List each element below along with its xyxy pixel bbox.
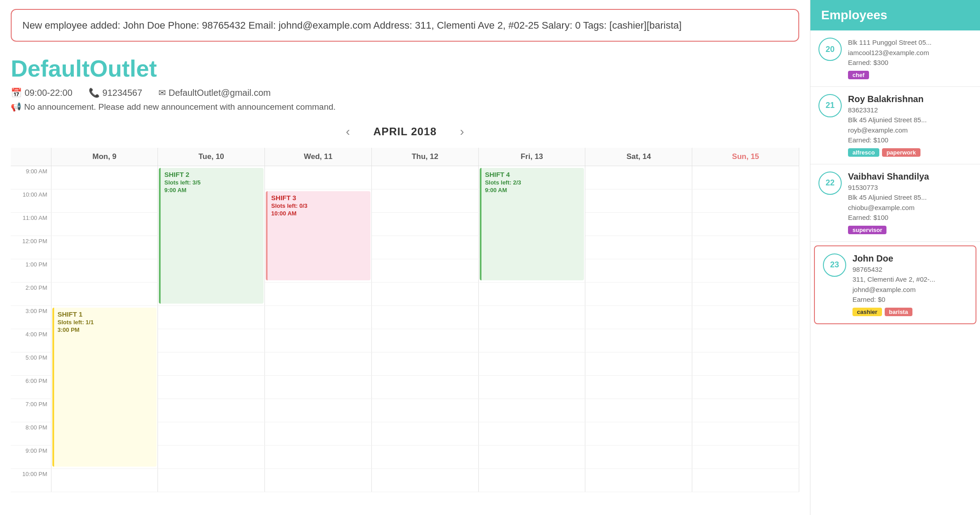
day-cell xyxy=(585,306,692,329)
time-label: 10:00 PM xyxy=(11,469,51,492)
day-cell xyxy=(585,213,692,236)
day-cell xyxy=(585,283,692,306)
time-label: 8:00 PM xyxy=(11,422,51,446)
shift-block[interactable]: SHIFT 1Slots left: 1/13:00 PM xyxy=(52,308,157,467)
outlet-name: DefaultOutlet xyxy=(11,55,799,82)
day-cell xyxy=(478,399,585,422)
day-cell xyxy=(51,236,158,259)
avatar-23: 23 xyxy=(823,253,846,277)
notification-banner: New employee added: John Doe Phone: 9876… xyxy=(11,9,799,42)
day-cell xyxy=(478,283,585,306)
employee-email-23: johnd@example.com xyxy=(852,285,967,295)
day-header-fri: Fri, 13 xyxy=(478,148,585,166)
shift-block[interactable]: SHIFT 4Slots left: 2/39:00 AM xyxy=(480,168,584,280)
employee-info-20: Blk 111 Punggol Street 05... iamcool123@… xyxy=(848,38,972,79)
employee-email-21: royb@example.com xyxy=(848,125,972,136)
employee-card-23: 23 John Doe 98765432 311, Clementi Ave 2… xyxy=(814,245,976,324)
shift-slots: Slots left: 0/3 xyxy=(271,202,367,209)
employee-earned-22: Earned: $100 xyxy=(848,213,972,223)
time-label: 10:00 AM xyxy=(11,189,51,213)
time-label: 11:00 AM xyxy=(11,213,51,236)
day-cell xyxy=(371,283,478,306)
time-label: 6:00 PM xyxy=(11,376,51,399)
sidebar-header: Employees xyxy=(810,0,980,30)
shift-time: 9:00 AM xyxy=(485,187,581,193)
day-cell xyxy=(158,329,265,352)
employee-earned-21: Earned: $100 xyxy=(848,135,972,146)
tag-paperwork-21: paperwork xyxy=(882,148,920,157)
shift-block[interactable]: SHIFT 2Slots left: 3/59:00 AM xyxy=(159,168,264,304)
day-cell xyxy=(371,422,478,446)
employee-info-22: Vaibhavi Shandilya 91530773 Blk 45 Aljun… xyxy=(848,172,972,234)
day-cell: SHIFT 2Slots left: 3/59:00 AM xyxy=(158,166,265,306)
tag-cashier-23: cashier xyxy=(852,308,882,316)
shift-slots: Slots left: 3/5 xyxy=(164,179,260,186)
employee-card-20: 20 Blk 111 Punggol Street 05... iamcool1… xyxy=(810,30,980,87)
day-cell: SHIFT 4Slots left: 2/39:00 AM xyxy=(478,166,585,283)
day-cell xyxy=(371,213,478,236)
employee-phone-23: 98765432 xyxy=(852,265,967,275)
day-cell xyxy=(692,422,799,446)
day-cell xyxy=(51,213,158,236)
day-cell xyxy=(158,446,265,469)
notification-text: New employee added: John Doe Phone: 9876… xyxy=(22,20,682,31)
outlet-announcement: 📢 No announcement. Please add new announ… xyxy=(11,102,799,112)
calendar-row: 9:00 AMSHIFT 2Slots left: 3/59:00 AMSHIF… xyxy=(11,166,799,189)
calendar-tbody: 9:00 AMSHIFT 2Slots left: 3/59:00 AMSHIF… xyxy=(11,166,799,492)
day-cell xyxy=(478,469,585,492)
day-cell xyxy=(265,306,372,329)
time-label: 7:00 PM xyxy=(11,399,51,422)
next-month-button[interactable]: › xyxy=(455,123,469,141)
calendar-header-row: Mon, 9 Tue, 10 Wed, 11 Thu, 12 Fri, 13 S… xyxy=(11,148,799,166)
time-col-header xyxy=(11,148,51,166)
outlet-hours: 09:00-22:00 xyxy=(25,88,72,98)
shift-time: 9:00 AM xyxy=(164,187,260,193)
employee-name-21: Roy Balakrishnan xyxy=(848,94,972,104)
day-cell xyxy=(692,213,799,236)
avatar-22: 22 xyxy=(818,172,842,195)
employee-name-22: Vaibhavi Shandilya xyxy=(848,172,972,182)
tag-alfresco-21: alfresco xyxy=(848,148,879,157)
day-cell xyxy=(371,306,478,329)
time-label: 5:00 PM xyxy=(11,352,51,376)
day-cell xyxy=(585,446,692,469)
outlet-email: DefaultOutlet@gmail.com xyxy=(169,88,271,98)
employee-tags-20: chef xyxy=(848,71,972,79)
employee-earned-20: Earned: $300 xyxy=(848,58,972,68)
calendar-row: 11:00 AM xyxy=(11,213,799,236)
calendar-row: 10:00 PM xyxy=(11,469,799,492)
calendar-row: 3:00 PMSHIFT 1Slots left: 1/13:00 PM xyxy=(11,306,799,329)
tag-barista-23: barista xyxy=(885,308,913,316)
calendar-container: Mon, 9 Tue, 10 Wed, 11 Thu, 12 Fri, 13 S… xyxy=(11,148,799,492)
shift-id: SHIFT 2 xyxy=(164,171,260,178)
avatar-20: 20 xyxy=(818,38,842,61)
day-header-sun: Sun, 15 xyxy=(692,148,799,166)
shift-block[interactable]: SHIFT 3Slots left: 0/310:00 AM xyxy=(266,191,371,280)
day-cell xyxy=(265,376,372,399)
day-cell xyxy=(158,422,265,446)
prev-month-button[interactable]: ‹ xyxy=(341,123,355,141)
phone-icon: 📞 xyxy=(89,87,100,98)
day-cell xyxy=(371,469,478,492)
tag-supervisor-22: supervisor xyxy=(848,226,886,234)
day-cell xyxy=(158,399,265,422)
day-cell xyxy=(265,283,372,306)
day-header-mon: Mon, 9 xyxy=(51,148,158,166)
day-header-sat: Sat, 14 xyxy=(585,148,692,166)
avatar-21: 21 xyxy=(818,94,842,117)
employee-name-23: John Doe xyxy=(852,253,967,264)
day-cell xyxy=(158,352,265,376)
outlet-phone: 91234567 xyxy=(102,88,142,98)
employee-email-20: iamcool123@example.com xyxy=(848,48,972,58)
day-cell xyxy=(371,446,478,469)
day-cell xyxy=(265,399,372,422)
employee-address-20: Blk 111 Punggol Street 05... xyxy=(848,38,972,48)
day-cell xyxy=(265,166,372,189)
employee-card-22: 22 Vaibhavi Shandilya 91530773 Blk 45 Al… xyxy=(810,164,980,242)
day-cell xyxy=(585,352,692,376)
day-cell xyxy=(692,166,799,189)
day-cell xyxy=(265,352,372,376)
day-cell xyxy=(692,306,799,329)
day-cell xyxy=(692,259,799,283)
day-cell: SHIFT 3Slots left: 0/310:00 AM xyxy=(265,189,372,283)
